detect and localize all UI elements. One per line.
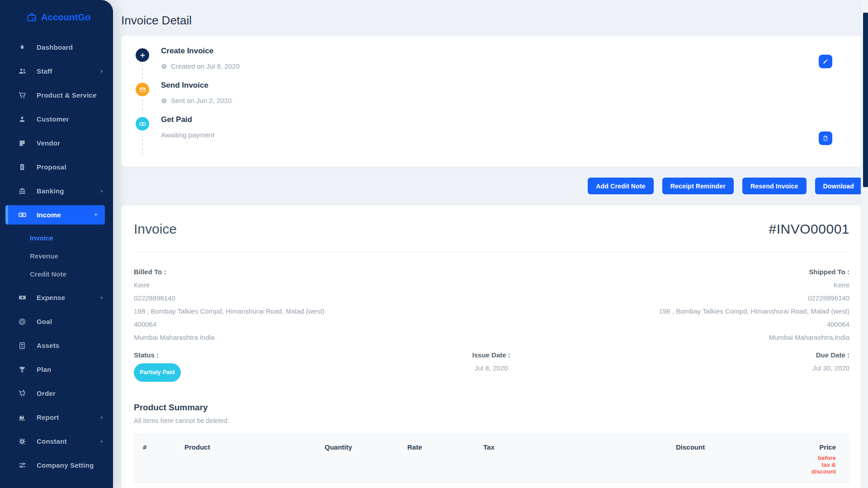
app-name: AccountGo bbox=[41, 12, 91, 23]
shipped-to-address: 198 , Bombay Talkies Compd, Himanshurai … bbox=[659, 305, 849, 318]
cart-plus-icon bbox=[18, 389, 27, 398]
divider bbox=[134, 252, 849, 253]
due-date-block: Due Date : Jul 30, 2020 bbox=[610, 348, 849, 375]
add-credit-note-button[interactable]: Add Credit Note bbox=[588, 178, 654, 194]
cell-discount: $0.00 bbox=[676, 483, 810, 488]
shipped-to-label: Shipped To : bbox=[659, 265, 849, 278]
step-title: Create Invoice bbox=[161, 47, 240, 56]
sidebar-item-customer[interactable]: Customer bbox=[0, 107, 113, 131]
envelope-icon bbox=[136, 83, 149, 96]
submenu-item-label: Revenue bbox=[30, 252, 58, 260]
sidebar-item-expense[interactable]: Expense bbox=[0, 286, 113, 310]
billed-to-name: Keire bbox=[134, 278, 325, 291]
sidebar-item-label: Vendor bbox=[37, 139, 60, 147]
timeline-card: Create Invoice Created on Jul 8, 2020 Se… bbox=[121, 36, 862, 167]
sidebar-item-label: Dashboard bbox=[37, 43, 73, 51]
banknote-icon bbox=[18, 211, 27, 220]
sidebar-item-assets[interactable]: Assets bbox=[0, 333, 113, 357]
scrollbar-thumb[interactable] bbox=[863, 13, 868, 187]
sidebar-item-constant[interactable]: Constant bbox=[0, 429, 113, 453]
target-icon bbox=[18, 317, 27, 326]
invoice-card: Invoice #INVO00001 Billed To : Keire 022… bbox=[121, 205, 862, 488]
sidebar: AccountGo Dashboard Staff Produ bbox=[0, 0, 113, 488]
page-title: Invoice Detail bbox=[121, 14, 862, 28]
step-title: Get Paid bbox=[161, 115, 214, 124]
sidebar-item-label: Staff bbox=[37, 67, 52, 75]
sidebar-item-staff[interactable]: Staff bbox=[0, 59, 113, 83]
gear-icon bbox=[18, 437, 27, 446]
due-date-value: Jul 30, 2020 bbox=[610, 361, 849, 375]
sidebar-item-plan[interactable]: Plan bbox=[0, 357, 113, 381]
cell-quantity: 1 bbox=[325, 483, 407, 488]
download-button[interactable]: Download bbox=[815, 178, 862, 194]
status-badge: Partialy Paid bbox=[134, 363, 181, 382]
sidebar-item-report[interactable]: Report bbox=[0, 405, 113, 429]
sidebar-item-label: Constant bbox=[37, 437, 67, 445]
shipped-to-zip: 400064 bbox=[659, 318, 849, 331]
col-index: # bbox=[143, 443, 184, 475]
product-summary-note: All items here cannot be deleted. bbox=[134, 417, 849, 424]
billed-to-block: Billed To : Keire 02228896140 198 , Bomb… bbox=[134, 265, 325, 344]
chevron-down-icon bbox=[94, 214, 98, 216]
shipped-to-phone: 02228896140 bbox=[659, 291, 849, 305]
app-logo[interactable]: AccountGo bbox=[0, 0, 113, 32]
sidebar-item-company-setting[interactable]: Company Setting bbox=[0, 453, 113, 477]
clock-icon bbox=[161, 63, 167, 70]
submenu-item-revenue[interactable]: Revenue bbox=[0, 247, 113, 265]
sidebar-item-label: Company Setting bbox=[37, 461, 94, 469]
plus-icon bbox=[136, 48, 149, 62]
resend-invoice-button[interactable]: Resend Invoice bbox=[742, 178, 807, 194]
user-icon bbox=[18, 115, 27, 124]
calculator-icon bbox=[18, 341, 27, 350]
banknote-icon bbox=[18, 293, 27, 302]
receipt-reminder-button[interactable]: Receipt Reminder bbox=[662, 178, 734, 194]
cart-icon bbox=[18, 91, 27, 100]
submenu-item-label: Invoice bbox=[30, 234, 53, 242]
invoice-heading: Invoice bbox=[134, 221, 177, 237]
sidebar-item-product-service[interactable]: Product & Service bbox=[0, 83, 113, 107]
sidebar-item-dashboard[interactable]: Dashboard bbox=[0, 35, 113, 59]
sidebar-item-label: Customer bbox=[37, 115, 69, 123]
users-icon bbox=[18, 67, 27, 76]
cell-product: Bicycle Accessories bbox=[184, 483, 325, 488]
submenu-item-credit-note[interactable]: Credit Note bbox=[0, 265, 113, 283]
sidebar-item-vendor[interactable]: Vendor bbox=[0, 131, 113, 155]
cell-rate: $90.00 bbox=[407, 483, 483, 488]
sidebar-item-goal[interactable]: Goal bbox=[0, 310, 113, 333]
timeline-step-create-invoice: Create Invoice Created on Jul 8, 2020 bbox=[136, 47, 849, 70]
sidebar-item-order[interactable]: Order bbox=[0, 381, 113, 405]
sidebar-item-banking[interactable]: Banking bbox=[0, 179, 113, 203]
submenu-item-invoice[interactable]: Invoice bbox=[0, 229, 113, 247]
sidebar-item-label: Report bbox=[37, 413, 59, 421]
trophy-icon bbox=[18, 365, 27, 374]
step-subtitle: Awaiting payment bbox=[161, 131, 214, 139]
col-discount: Discount bbox=[676, 443, 810, 475]
product-summary-title: Product Summary bbox=[134, 403, 849, 413]
sidebar-item-label: Plan bbox=[37, 366, 51, 373]
step-subtitle: Created on Jul 8, 2020 bbox=[171, 62, 240, 70]
chevron-right-icon bbox=[101, 189, 103, 193]
product-table: # Product Quantity Rate Tax Discount Pri… bbox=[134, 433, 849, 488]
sidebar-item-income[interactable]: Income bbox=[5, 205, 105, 225]
timeline-step-get-paid: Get Paid Awaiting payment bbox=[136, 115, 849, 139]
issue-date-label: Issue Date : bbox=[372, 348, 610, 361]
sidebar-nav: Dashboard Staff Product & Service C bbox=[0, 35, 113, 477]
sidebar-item-label: Expense bbox=[37, 294, 65, 301]
step-subtitle: Sent on Jun 2, 2020 bbox=[171, 97, 231, 104]
issue-date-block: Issue Date : Jul 8, 2020 bbox=[372, 348, 610, 375]
sliders-icon bbox=[18, 461, 27, 470]
receipt-icon bbox=[18, 163, 27, 172]
income-submenu: Invoice Revenue Credit Note bbox=[0, 227, 113, 286]
app-window: AccountGo Dashboard Staff Produ bbox=[0, 0, 868, 488]
sidebar-item-label: Assets bbox=[37, 342, 59, 349]
page-scrollbar[interactable] bbox=[861, 0, 868, 488]
invoice-number: #INVO00001 bbox=[769, 221, 849, 237]
cell-index: 1 bbox=[143, 483, 184, 488]
status-label: Status : bbox=[134, 348, 372, 361]
billed-to-city: Mumbai Maharashtra India bbox=[134, 331, 325, 344]
sidebar-item-proposal[interactable]: Proposal bbox=[0, 155, 113, 179]
product-table-header: # Product Quantity Rate Tax Discount Pri… bbox=[134, 433, 849, 483]
billed-to-phone: 02228896140 bbox=[134, 291, 325, 305]
chevron-right-icon bbox=[101, 440, 103, 443]
col-quantity: Quantity bbox=[325, 443, 407, 475]
